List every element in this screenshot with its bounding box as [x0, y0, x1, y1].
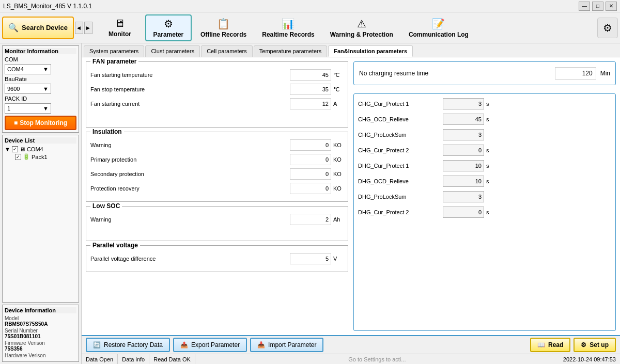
- device-list-title: Device List: [5, 137, 76, 144]
- protection-label-1: CHG_OCD_Relieve: [358, 116, 441, 122]
- com-dropdown[interactable]: COM4 ▼: [5, 64, 51, 74]
- protection-input-7[interactable]: [443, 207, 484, 218]
- insulation-warning-label: Warning: [90, 142, 288, 148]
- offline-nav-label: Offline Records: [200, 31, 246, 38]
- timestamp: 2022-10-24 09:47:53: [559, 354, 620, 364]
- fan-start-current-row: Fan starting current A: [90, 98, 344, 109]
- fan-start-current-unit: A: [333, 101, 344, 107]
- low-soc-title: Low SOC: [90, 202, 122, 210]
- insulation-group-title: Insulation: [90, 128, 124, 135]
- com-label: COM: [5, 56, 18, 62]
- fan-start-current-input[interactable]: [290, 98, 331, 109]
- protection-input-2[interactable]: [443, 129, 484, 140]
- nav-prev-arrow[interactable]: ◀: [75, 22, 83, 34]
- sub-tab-cell-parameters[interactable]: Cell parameters: [201, 45, 253, 57]
- parallel-diff-unit: V: [333, 256, 344, 262]
- setup-button[interactable]: ⚙ Set up: [574, 338, 616, 352]
- nav-next-arrow[interactable]: ▶: [84, 22, 92, 34]
- sub-tab-system-parameters[interactable]: System parameters: [84, 45, 144, 57]
- monitor-info-title: Monitor Information: [5, 48, 76, 54]
- protection-unit-3: s: [486, 147, 494, 153]
- nav-tab-comm[interactable]: 📝 Communication Log: [402, 14, 475, 41]
- export-parameter-button[interactable]: 📤 Export Parameter: [173, 338, 247, 352]
- insulation-recovery-input[interactable]: [290, 183, 331, 194]
- no-charging-input[interactable]: [555, 67, 596, 80]
- com-row: COM: [5, 56, 76, 62]
- nav-tab-warning[interactable]: ⚠ Warning & Protection: [323, 14, 400, 41]
- nav-tab-offline[interactable]: 📋 Offline Records: [194, 14, 253, 41]
- pack-dropdown-row: 1 ▼: [5, 103, 76, 114]
- insulation-secondary-input[interactable]: [290, 168, 331, 180]
- pack-dropdown[interactable]: 1 ▼: [5, 103, 51, 114]
- low-soc-warning-input[interactable]: [290, 214, 331, 225]
- export-icon: 📤: [180, 341, 188, 349]
- stop-monitoring-button[interactable]: ■ Stop Monitoring: [5, 116, 76, 130]
- protection-input-6[interactable]: [443, 191, 484, 202]
- protection-unit-1: s: [486, 116, 494, 122]
- device-info-group: Device Information Model RBMS07S75S50A S…: [2, 305, 79, 362]
- close-button[interactable]: ✕: [606, 2, 617, 11]
- fan-stop-temp-label: Fan stop temperature: [90, 86, 288, 92]
- pack1-checkbox[interactable]: [15, 154, 21, 160]
- parallel-voltage-group: Parallel voltage Parallel voltage differ…: [86, 245, 348, 272]
- nav-tab-realtime[interactable]: 📊 Realtime Records: [255, 14, 321, 41]
- insulation-warning-input[interactable]: [290, 139, 331, 151]
- low-soc-warning-unit: Ah: [333, 216, 344, 223]
- fan-stop-temp-input[interactable]: [290, 84, 331, 95]
- minimize-button[interactable]: —: [579, 2, 590, 11]
- params-left: FAN parameter Fan starting temperature ℃…: [86, 61, 348, 331]
- nav-tabs: 🖥 Monitor ⚙ Parameter 📋 Offline Records …: [97, 14, 475, 41]
- insulation-primary-input[interactable]: [290, 154, 331, 165]
- com4-checkbox[interactable]: [12, 146, 18, 152]
- search-device-button[interactable]: 🔍 Search Device: [2, 17, 74, 39]
- monitor-info-group: Monitor Information COM COM4 ▼ BauRate 9…: [2, 45, 79, 133]
- content-area: System parametersClust parametersCell pa…: [82, 43, 620, 364]
- protection-label-2: CHG_ProLockSum: [358, 132, 441, 138]
- maximize-button[interactable]: □: [592, 2, 603, 11]
- firmware-label: Firmware Verison: [5, 340, 76, 346]
- settings-button[interactable]: ⚙: [597, 18, 618, 38]
- import-parameter-button[interactable]: 📥 Import Parameter: [250, 338, 323, 352]
- nav-tab-parameter[interactable]: ⚙ Parameter: [145, 14, 192, 41]
- protection-input-4[interactable]: [443, 160, 484, 171]
- hardware-row: Hardware Verison: [5, 353, 76, 358]
- protection-unit-0: s: [486, 101, 494, 107]
- parallel-diff-input[interactable]: [290, 253, 331, 264]
- insulation-recovery-unit: KO: [333, 185, 344, 192]
- parameter-nav-icon: ⚙: [164, 18, 173, 30]
- protection-input-5[interactable]: [443, 176, 484, 187]
- serial-label: Serial Number: [5, 328, 76, 334]
- protection-input-0[interactable]: [443, 98, 484, 109]
- protection-input-1[interactable]: [443, 114, 484, 125]
- protection-group: CHG_Cur_Protect 1 s CHG_OCD_Relieve s CH…: [353, 93, 616, 331]
- tree-root[interactable]: ▼ 🖥 COM4: [5, 146, 76, 153]
- sub-tab-clust-parameters[interactable]: Clust parameters: [145, 45, 200, 57]
- fan-start-temp-unit: ℃: [333, 72, 344, 78]
- com4-icon: 🖥: [20, 146, 25, 152]
- fan-param-group: FAN parameter Fan starting temperature ℃…: [86, 61, 348, 128]
- restore-icon: 🔄: [93, 341, 101, 349]
- read-icon: 📖: [537, 341, 545, 349]
- baud-dropdown[interactable]: 9600 ▼: [5, 84, 51, 94]
- nav-tab-monitor[interactable]: 🖥 Monitor: [97, 14, 143, 41]
- device-info-title: Device Information: [5, 307, 76, 313]
- tree-expand-icon: ▼: [5, 146, 10, 152]
- restore-factory-button[interactable]: 🔄 Restore Factory Data: [86, 338, 170, 352]
- stop-icon: ■: [14, 119, 18, 126]
- fan-start-temp-label: Fan starting temperature: [90, 72, 288, 78]
- model-label: Model: [5, 315, 76, 321]
- protection-unit-7: s: [486, 209, 494, 215]
- sub-tab-temperature-parameters[interactable]: Temperature parameters: [254, 45, 327, 57]
- tree-pack1[interactable]: 🔋 Pack1: [15, 153, 76, 161]
- pack-label-row: PACK ID: [5, 96, 76, 102]
- fan-group-title: FAN parameter: [90, 58, 138, 65]
- protection-row-7: DHG_Cur_Protect 2 s: [358, 207, 611, 218]
- protection-input-3[interactable]: [443, 145, 484, 156]
- read-button[interactable]: 📖 Read: [530, 338, 570, 352]
- fan-start-temp-input[interactable]: [290, 69, 331, 81]
- sub-tab-fan-insulation-parameters[interactable]: Fan&Insulation parameters: [328, 45, 413, 57]
- import-icon: 📥: [257, 341, 265, 349]
- monitor-nav-label: Monitor: [109, 30, 131, 38]
- nav-bar: 🔍 Search Device ◀ ▶ 🖥 Monitor ⚙ Paramete…: [0, 12, 620, 43]
- parallel-diff-label: Parallel voltage difference: [90, 256, 288, 262]
